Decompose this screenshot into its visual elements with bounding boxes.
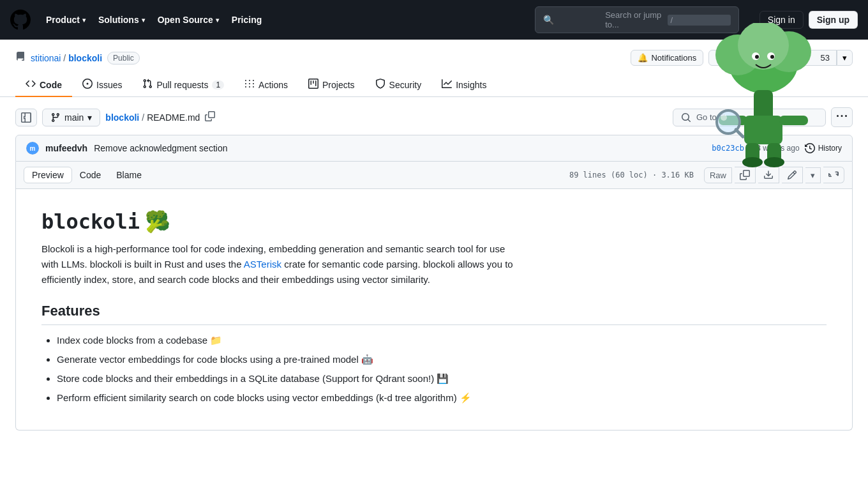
nav-pricing[interactable]: Pricing (227, 11, 267, 29)
repo-separator: / (61, 53, 68, 63)
star-caret[interactable]: ▾ (837, 50, 853, 66)
svg-point-6 (755, 55, 759, 59)
svg-point-15 (764, 157, 784, 167)
svg-point-18 (721, 114, 727, 121)
file-info: 89 lines (60 loc) · 3.16 KB (569, 171, 694, 179)
more-options-button[interactable] (831, 107, 853, 127)
mascot-image (700, 23, 827, 164)
breadcrumb-repo-link[interactable]: blockoli (105, 112, 139, 123)
feature-item-2: Generate vector embeddings for code bloc… (57, 352, 827, 367)
main-nav: Product ▾ Solutions ▾ Open Source ▾ Pric… (41, 11, 267, 29)
pr-icon (142, 79, 153, 91)
svg-point-14 (742, 157, 763, 167)
pr-badge: 1 (212, 80, 224, 89)
repo-visibility-badge: Public (107, 52, 140, 65)
svg-rect-9 (744, 116, 782, 144)
breadcrumb: blockoli / README.md (105, 111, 215, 123)
avatar: m (26, 142, 39, 155)
readme-title: blockoli 🥦 (41, 210, 827, 234)
nav-solutions[interactable]: Solutions ▾ (93, 11, 150, 29)
feature-item-3: Store code blocks and their embeddings i… (57, 371, 827, 386)
actions-icon (244, 79, 255, 91)
issues-icon (82, 79, 93, 91)
tab-pull-requests[interactable]: Pull requests 1 (132, 73, 234, 97)
file-area: main ▾ blockoli / README.md Go to file m… (0, 97, 868, 441)
asterisk-link[interactable]: ASTerisk (244, 259, 281, 270)
readme-title-emoji: 🥦 (145, 210, 170, 234)
svg-point-3 (738, 23, 789, 70)
code-icon (26, 79, 36, 91)
readme-content: blockoli 🥦 Blockoli is a high-performanc… (15, 189, 853, 431)
insights-icon (442, 79, 452, 91)
branch-selector[interactable]: main ▾ (42, 109, 100, 126)
bell-icon: 🔔 (638, 53, 648, 63)
tab-code[interactable]: Code (72, 167, 108, 183)
projects-icon (308, 79, 318, 91)
product-chevron-icon: ▾ (82, 17, 86, 24)
search-icon: 🔍 (543, 15, 600, 25)
sidebar-toggle-button[interactable] (15, 109, 37, 126)
open-source-chevron-icon: ▾ (216, 17, 219, 24)
readme-features-heading: Features (41, 303, 827, 325)
tab-blame[interactable]: Blame (108, 167, 149, 183)
breadcrumb-separator: / (142, 112, 144, 123)
notifications-label: Notifications (651, 53, 696, 63)
svg-point-7 (770, 55, 774, 59)
branch-chevron-icon: ▾ (87, 112, 92, 123)
feature-item-1: Index code blocks from a codebase 📁 (57, 333, 827, 348)
feature-item-4: Perform efficient similarity search on c… (57, 390, 827, 406)
breadcrumb-current-file: README.md (147, 112, 200, 123)
commit-author[interactable]: mufeedvh (45, 143, 87, 153)
github-logo[interactable] (10, 10, 31, 30)
nav-product[interactable]: Product ▾ (41, 11, 91, 29)
tab-security[interactable]: Security (365, 73, 432, 97)
repo-name-link[interactable]: blockoli (68, 53, 102, 63)
tab-insights[interactable]: Insights (431, 73, 497, 97)
copy-path-button[interactable] (205, 111, 215, 123)
tab-projects[interactable]: Projects (298, 73, 365, 97)
repo-owner-link[interactable]: stitionai (31, 53, 61, 63)
svg-line-17 (736, 130, 743, 137)
commit-message: Remove acknowledgment section (94, 143, 227, 153)
security-icon (375, 79, 385, 91)
solutions-chevron-icon: ▾ (142, 17, 145, 24)
readme-description: Blockoli is a high-performance tool for … (41, 241, 520, 287)
tab-code[interactable]: Code (15, 73, 72, 97)
readme-features-list: Index code blocks from a codebase 📁 Gene… (41, 333, 827, 406)
tab-issues[interactable]: Issues (72, 73, 132, 97)
nav-open-source[interactable]: Open Source ▾ (153, 11, 224, 29)
tab-preview[interactable]: Preview (24, 167, 72, 183)
svg-rect-11 (779, 116, 808, 125)
tab-actions[interactable]: Actions (234, 73, 298, 97)
repo-icon (15, 52, 26, 65)
readme-wrapper: blockoli 🥦 Blockoli is a high-performanc… (15, 189, 853, 431)
search-placeholder: Search or jump to... (605, 10, 662, 29)
notifications-button[interactable]: 🔔 Notifications (631, 50, 703, 66)
branch-name: main (64, 112, 84, 123)
